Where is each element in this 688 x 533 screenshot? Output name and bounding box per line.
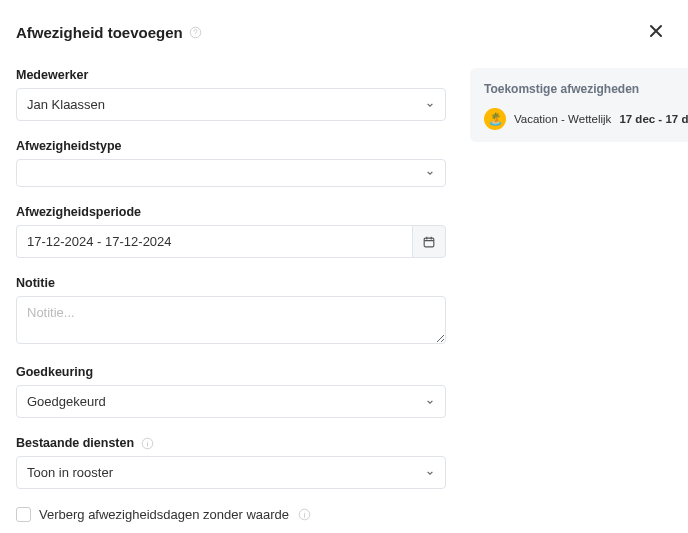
upcoming-title: Toekomstige afwezigheden xyxy=(484,82,688,96)
info-icon[interactable] xyxy=(297,508,311,522)
employee-label: Medewerker xyxy=(16,68,88,82)
calendar-button[interactable] xyxy=(412,225,446,258)
page-title: Afwezigheid toevoegen xyxy=(16,24,183,41)
hide-days-checkbox-row[interactable]: Verberg afwezigheidsdagen zonder waarde xyxy=(16,507,446,522)
chevron-down-icon xyxy=(425,100,435,110)
vacation-icon: 🏝️ xyxy=(484,108,506,130)
absence-type-label: Afwezigheidstype xyxy=(16,139,122,153)
note-textarea[interactable] xyxy=(16,296,446,344)
existing-shifts-label: Bestaande diensten xyxy=(16,436,134,450)
svg-rect-2 xyxy=(424,238,434,247)
calendar-icon xyxy=(422,235,436,249)
svg-point-1 xyxy=(195,34,196,35)
approval-value: Goedgekeurd xyxy=(27,394,106,409)
svg-point-6 xyxy=(304,512,305,513)
upcoming-item: 🏝️ Vacation - Wettelijk 17 dec - 17 dec … xyxy=(484,108,688,130)
approval-select[interactable]: Goedgekeurd xyxy=(16,385,446,418)
note-label: Notitie xyxy=(16,276,55,290)
employee-select[interactable]: Jan Klaassen xyxy=(16,88,446,121)
svg-point-4 xyxy=(147,440,148,441)
existing-shifts-select[interactable]: Toon in rooster xyxy=(16,456,446,489)
info-icon[interactable] xyxy=(140,436,154,450)
close-button[interactable] xyxy=(644,20,668,44)
upcoming-item-name: Vacation - Wettelijk xyxy=(514,113,611,125)
employee-value: Jan Klaassen xyxy=(27,97,105,112)
absence-type-select[interactable] xyxy=(16,159,446,187)
chevron-down-icon xyxy=(425,468,435,478)
period-input[interactable]: 17-12-2024 - 17-12-2024 xyxy=(16,225,412,258)
upcoming-item-dates: 17 dec - 17 dec (2u 30m) xyxy=(619,113,688,125)
chevron-down-icon xyxy=(425,397,435,407)
help-icon[interactable] xyxy=(189,25,203,39)
period-label: Afwezigheidsperiode xyxy=(16,205,141,219)
hide-days-label: Verberg afwezigheidsdagen zonder waarde xyxy=(39,507,289,522)
existing-shifts-value: Toon in rooster xyxy=(27,465,113,480)
approval-label: Goedkeuring xyxy=(16,365,93,379)
chevron-down-icon xyxy=(425,168,435,178)
upcoming-absences-box: Toekomstige afwezigheden 🏝️ Vacation - W… xyxy=(470,68,688,142)
hide-days-checkbox[interactable] xyxy=(16,507,31,522)
